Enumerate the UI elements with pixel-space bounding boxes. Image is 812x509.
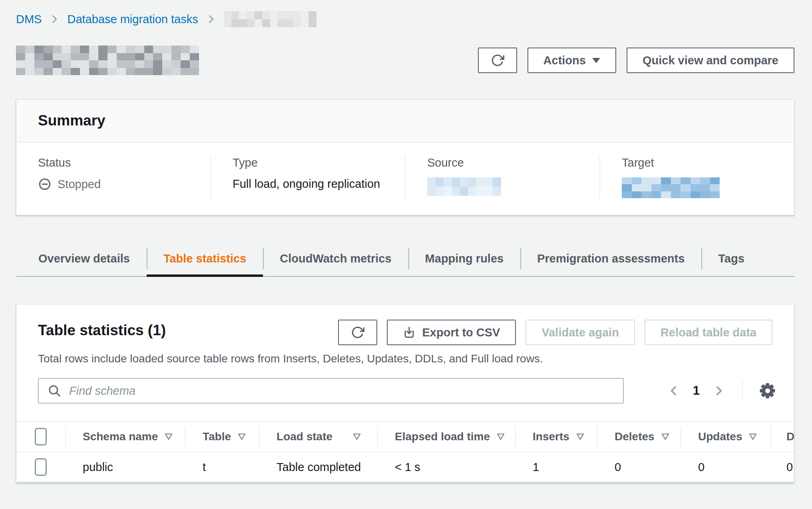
column-header-updates[interactable]: Updates	[681, 422, 770, 451]
tab-tags[interactable]: Tags	[701, 241, 761, 276]
column-header-inserts[interactable]: Inserts	[515, 422, 597, 451]
type-value: Full load, ongoing replication	[233, 177, 397, 191]
search-input[interactable]	[68, 384, 614, 398]
summary-source-field: Source	[405, 156, 599, 198]
cell-deletes: 0	[597, 452, 681, 482]
column-header-load-state[interactable]: Load state	[259, 422, 377, 451]
task-detail-tabs: Overview details Table statistics CloudW…	[16, 241, 794, 277]
download-icon	[403, 326, 416, 339]
summary-status-field: Status Stopped	[16, 156, 210, 198]
sort-icon[interactable]	[576, 433, 585, 441]
type-label: Type	[233, 156, 397, 169]
cell-load-state: Table completed	[259, 452, 377, 482]
caret-down-icon	[592, 58, 600, 63]
table-statistics-header: Table statistics (1) Export to CSV Valid…	[16, 320, 794, 345]
row-checkbox[interactable]	[35, 458, 47, 476]
column-header-schema-name[interactable]: Schema name	[65, 422, 185, 451]
target-label: Target	[622, 156, 786, 169]
table-statistics-panel: Table statistics (1) Export to CSV Valid…	[16, 304, 794, 483]
tab-table-statistics[interactable]: Table statistics	[147, 241, 263, 276]
summary-type-field: Type Full load, ongoing replication	[210, 156, 405, 198]
summary-grid: Status Stopped Type Full load, ongoing r…	[16, 143, 794, 215]
chevron-left-icon	[667, 384, 680, 397]
table-refresh-button[interactable]	[338, 320, 377, 345]
cell-updates: 0	[681, 452, 770, 482]
column-header-ddls-clipped[interactable]: D	[770, 422, 794, 451]
page-header: Actions Quick view and compare	[16, 46, 794, 75]
table-header-row: Schema name Table Load state Elapsed loa…	[16, 421, 794, 452]
dms-task-page: DMS Database migration tasks Actions Qui…	[0, 0, 812, 483]
breadcrumb-link-tasks[interactable]: Database migration tasks	[67, 13, 198, 26]
validate-again-label: Validate again	[541, 326, 619, 339]
validate-again-button[interactable]: Validate again	[525, 320, 635, 345]
sort-icon[interactable]	[164, 433, 173, 441]
chevron-right-icon	[49, 14, 60, 25]
quick-view-compare-button[interactable]: Quick view and compare	[627, 48, 794, 73]
summary-target-field: Target	[599, 156, 794, 198]
status-label: Status	[38, 156, 202, 169]
cell-ddls-clipped: 0	[770, 452, 794, 482]
column-header-table[interactable]: Table	[185, 422, 259, 451]
previous-page-button[interactable]	[667, 384, 680, 397]
column-header-elapsed-load-time[interactable]: Elapsed load time	[377, 422, 515, 451]
sort-icon[interactable]	[352, 433, 361, 441]
actions-label: Actions	[543, 54, 586, 67]
summary-header: Summary	[16, 99, 794, 143]
row-checkbox-cell	[16, 452, 65, 482]
breadcrumb: DMS Database migration tasks	[16, 0, 794, 27]
sort-icon[interactable]	[661, 433, 670, 441]
chevron-right-icon	[205, 14, 217, 25]
refresh-icon	[491, 54, 504, 67]
table-statistics-description: Total rows include loaded source table r…	[16, 345, 794, 365]
cell-schema-name: public	[65, 452, 185, 482]
breadcrumb-task-name-redacted	[224, 11, 316, 27]
summary-panel: Summary Status Stopped Type Full load, o…	[16, 99, 794, 215]
cell-inserts: 1	[515, 452, 597, 482]
search-icon	[48, 384, 61, 398]
table-statistics-buttons: Export to CSV Validate again Reload tabl…	[338, 320, 772, 345]
sort-icon[interactable]	[748, 433, 757, 441]
header-checkbox-cell	[16, 422, 65, 451]
table-statistics-table: Schema name Table Load state Elapsed loa…	[16, 421, 794, 483]
target-value-redacted	[622, 177, 720, 198]
cell-table: t	[185, 452, 259, 482]
sort-icon[interactable]	[496, 433, 505, 441]
tab-overview-details[interactable]: Overview details	[22, 241, 147, 276]
preferences-gear-icon[interactable]	[760, 383, 776, 399]
select-all-checkbox[interactable]	[35, 428, 47, 445]
cell-elapsed-load-time: < 1 s	[377, 452, 515, 482]
pagination: 1	[667, 379, 776, 402]
schema-search	[38, 378, 624, 404]
breadcrumb-link-dms[interactable]: DMS	[16, 13, 42, 26]
quick-view-label: Quick view and compare	[643, 54, 778, 67]
next-page-button[interactable]	[712, 384, 725, 397]
tab-mapping-rules[interactable]: Mapping rules	[408, 241, 521, 276]
table-toolbar: 1	[16, 378, 794, 404]
reload-table-data-button[interactable]: Reload table data	[645, 320, 772, 345]
tab-cloudwatch-metrics[interactable]: CloudWatch metrics	[263, 241, 408, 276]
stopped-icon	[38, 177, 52, 191]
status-badge: Stopped	[38, 177, 202, 191]
status-value: Stopped	[58, 178, 101, 191]
summary-title: Summary	[38, 112, 772, 129]
sort-icon[interactable]	[237, 433, 246, 441]
source-value-redacted	[427, 177, 501, 196]
reload-table-data-label: Reload table data	[661, 326, 756, 339]
actions-menu-button[interactable]: Actions	[527, 48, 616, 73]
tab-premigration-assessments[interactable]: Premigration assessments	[520, 241, 701, 276]
pager-divider	[742, 379, 743, 402]
refresh-button[interactable]	[478, 48, 517, 73]
page-title-redacted	[16, 46, 199, 75]
source-label: Source	[427, 156, 591, 169]
export-csv-label: Export to CSV	[422, 326, 500, 339]
header-actions: Actions Quick view and compare	[478, 48, 794, 73]
chevron-right-icon	[712, 384, 725, 397]
export-csv-button[interactable]: Export to CSV	[387, 320, 516, 345]
current-page-number: 1	[693, 384, 700, 398]
table-statistics-title: Table statistics (1)	[38, 320, 166, 339]
column-header-deletes[interactable]: Deletes	[597, 422, 681, 451]
table-row[interactable]: public t Table completed < 1 s 1 0 0 0	[16, 452, 794, 483]
refresh-icon	[351, 326, 364, 339]
